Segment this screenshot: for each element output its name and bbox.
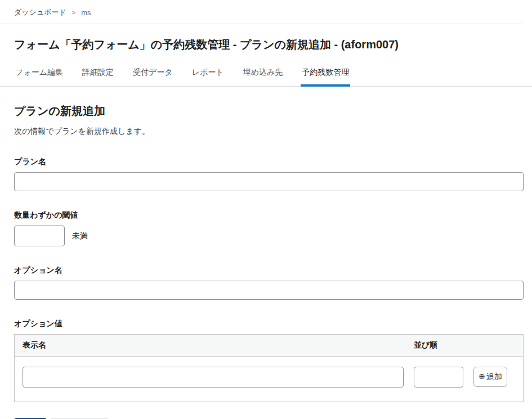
option-value-sort-order-input[interactable] [414, 367, 463, 388]
option-value-display-name-input[interactable] [23, 367, 404, 388]
option-values-field: オプション値 表示名 並び順 ⊕追加 [14, 319, 524, 402]
option-values-table: 表示名 並び順 ⊕追加 [14, 334, 524, 402]
option-name-field: オプション名 [14, 265, 524, 300]
option-name-label: オプション名 [14, 265, 524, 276]
option-value-row: ⊕追加 [15, 357, 523, 402]
tab-report[interactable]: レポート [191, 65, 225, 87]
page-title: フォーム「予約フォーム」の予約残数管理 - プランの新規追加 - (aform0… [14, 37, 518, 52]
option-name-input[interactable] [14, 281, 524, 300]
breadcrumb-divider [0, 24, 522, 24]
tab-form-edit[interactable]: フォーム編集 [14, 65, 64, 87]
section-description: 次の情報でプランを新規作成します。 [14, 127, 524, 137]
plan-name-label: プラン名 [14, 157, 524, 167]
tab-bar: フォーム編集 詳細設定 受付データ レポート 埋め込み先 予約残数管理 [0, 65, 532, 87]
section-heading: プランの新規追加 [14, 103, 524, 119]
breadcrumb: ダッシュボード > ms [0, 0, 532, 24]
form-actions: 保存 キャンセル [14, 402, 524, 419]
tab-received-data[interactable]: 受付データ [132, 65, 174, 87]
column-header-sort-order: 並び順 [414, 340, 463, 350]
add-circle-plus-icon: ⊕ [479, 372, 485, 381]
threshold-field: 数量わずかの閾値 未満 [14, 210, 524, 246]
main-content: プランの新規追加 次の情報でプランを新規作成します。 プラン名 数量わずかの閾値… [0, 103, 532, 419]
add-option-value-button[interactable]: ⊕追加 [473, 367, 507, 387]
threshold-suffix: 未満 [72, 231, 88, 241]
threshold-input[interactable] [14, 226, 65, 246]
plan-name-field: プラン名 [14, 157, 524, 191]
tab-reservation-stock-management[interactable]: 予約残数管理 [301, 65, 350, 87]
column-header-display-name: 表示名 [23, 340, 404, 350]
add-button-label: 追加 [486, 372, 502, 381]
tab-advanced-settings[interactable]: 詳細設定 [81, 65, 115, 87]
option-values-table-header: 表示名 並び順 [15, 335, 523, 357]
tab-embed-destination[interactable]: 埋め込み先 [242, 65, 284, 87]
breadcrumb-dashboard-link[interactable]: ダッシュボード [14, 7, 66, 17]
breadcrumb-current: ms [81, 8, 91, 17]
breadcrumb-separator-icon: > [72, 9, 75, 16]
option-values-label: オプション値 [14, 319, 524, 329]
plan-name-input[interactable] [14, 172, 524, 191]
threshold-label: 数量わずかの閾値 [14, 210, 524, 220]
